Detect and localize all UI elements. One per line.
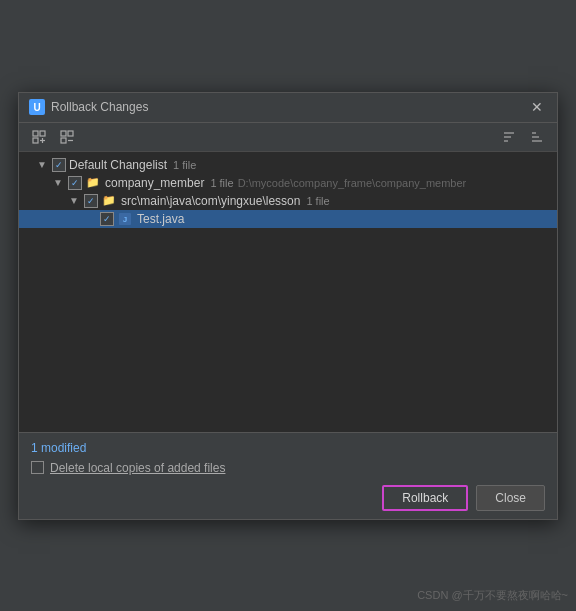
delete-copies-checkbox[interactable] [31,461,44,474]
checkbox-module[interactable]: ✓ [68,176,82,190]
chevron-package: ▼ [67,195,81,206]
rollback-dialog: U Rollback Changes ✕ [18,92,558,520]
toolbar [19,123,557,152]
java-file-icon: J [117,212,133,226]
checkbox-package[interactable]: ✓ [84,194,98,208]
footer: 1 modified Delete local copies of added … [19,432,557,519]
file-tree[interactable]: ▼ ✓ Default Changelist 1 file ▼ ✓ 📁 comp… [19,152,557,432]
modified-count: 1 modified [31,441,545,455]
module-path: D:\mycode\company_frame\company_member [238,177,467,189]
svg-rect-7 [61,138,66,143]
app-icon: U [29,99,45,115]
changelist-label: Default Changelist [69,158,167,172]
toolbar-right [497,127,549,147]
sort-button-2[interactable] [525,127,549,147]
tree-row-changelist[interactable]: ▼ ✓ Default Changelist 1 file [19,156,557,174]
package-label: src\main\java\com\yingxue\lesson [121,194,300,208]
title-bar-left: U Rollback Changes [29,99,148,115]
expand-icon [31,129,47,145]
tree-row-package[interactable]: ▼ ✓ 📁 src\main\java\com\yingxue\lesson 1… [19,192,557,210]
svg-rect-5 [61,131,66,136]
chevron-changelist: ▼ [35,159,49,170]
watermark: CSDN @千万不要熬夜啊哈哈~ [417,588,568,603]
collapse-icon [59,129,75,145]
title-bar: U Rollback Changes ✕ [19,93,557,123]
svg-rect-1 [40,131,45,136]
svg-rect-6 [68,131,73,136]
module-label: company_member [105,176,204,190]
expand-button[interactable] [27,127,51,147]
close-icon[interactable]: ✕ [527,98,547,116]
package-meta: 1 file [306,195,329,207]
sort-button-1[interactable] [497,127,521,147]
chevron-module: ▼ [51,177,65,188]
rollback-button[interactable]: Rollback [382,485,468,511]
changelist-meta: 1 file [173,159,196,171]
footer-buttons: Rollback Close [31,485,545,511]
folder-icon-module: 📁 [85,176,101,190]
tree-row-module[interactable]: ▼ ✓ 📁 company_member 1 file D:\mycode\co… [19,174,557,192]
svg-text:J: J [123,215,127,224]
svg-rect-0 [33,131,38,136]
tree-row-file[interactable]: ✓ J Test.java [19,210,557,228]
delete-copies-row: Delete local copies of added files [31,461,545,475]
svg-rect-2 [33,138,38,143]
folder-icon-package: 📁 [101,194,117,208]
close-button[interactable]: Close [476,485,545,511]
collapse-button[interactable] [55,127,79,147]
module-meta: 1 file [210,177,233,189]
file-label: Test.java [137,212,184,226]
sort-icon-2 [529,129,545,145]
sort-icon-1 [501,129,517,145]
checkbox-changelist[interactable]: ✓ [52,158,66,172]
checkbox-file[interactable]: ✓ [100,212,114,226]
dialog-title: Rollback Changes [51,100,148,114]
delete-copies-label: Delete local copies of added files [50,461,225,475]
